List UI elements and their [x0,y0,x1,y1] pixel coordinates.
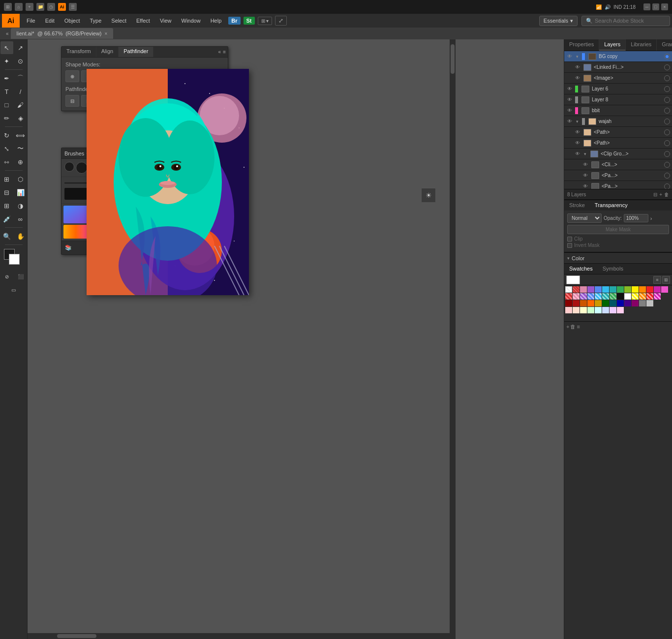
brand-st[interactable]: St [244,17,255,25]
perspective-grid-tool[interactable]: ⊟ [0,186,13,199]
layer-visibility-layer8[interactable]: 👁 [566,96,573,103]
panel-collapse-icon[interactable]: « [218,49,221,55]
folder-icon[interactable]: 📁 [36,3,44,11]
tab-pathfinder[interactable]: Pathfinder [119,47,153,57]
swatch-lt-red1[interactable] [565,293,572,300]
tab-transform[interactable]: Transform [61,47,96,57]
vertical-scrollbar[interactable] [450,39,456,639]
transform-tool-icon[interactable]: ⤢ [275,16,287,26]
layer-target-linked[interactable] [664,64,670,70]
swatch-blue1[interactable] [595,286,602,293]
swatches-menu-icon[interactable]: ≡ [653,276,661,284]
swatch-red-diag[interactable] [565,286,572,293]
horizontal-scroll-thumb[interactable] [57,634,96,638]
unite-button[interactable]: ⊕ [65,70,79,82]
add-layer-icon[interactable]: + [659,192,662,197]
swatch-pale-blue[interactable] [602,307,609,313]
color-indicator[interactable] [4,249,24,267]
scale-tool[interactable]: ⤡ [0,142,13,155]
swatch-lt-red2[interactable] [646,293,653,300]
swatch-lt-gray1[interactable] [646,300,653,306]
layer-target-image[interactable] [664,75,670,81]
swatch-pale-yel[interactable] [580,307,587,313]
swatch-solid-blk[interactable] [594,314,608,320]
tab-gradient[interactable]: Gradient [657,39,672,51]
layer-visibility-bbit[interactable]: 👁 [566,107,573,114]
direct-select-tool[interactable]: ↗ [14,41,27,54]
tab-swatches[interactable]: Swatches [564,264,598,274]
horizontal-scrollbar[interactable] [28,633,456,639]
shape-builder-tool[interactable]: ⊞ [0,173,13,185]
hand-tool[interactable]: ✋ [14,230,27,243]
layer-item-layer8[interactable]: 👁 Layer 8 [564,94,672,105]
layer-target-layer6[interactable] [664,86,670,92]
swatch-red1[interactable] [573,286,580,293]
layer-visibility-bg-copy[interactable]: 👁 [566,53,573,60]
screen-mode-icon[interactable]: ▭ [7,283,20,296]
clip-checkbox[interactable] [567,237,572,242]
menu-view[interactable]: View [155,14,177,28]
swatch-purple1[interactable] [587,286,594,293]
document-tab[interactable]: lient.ai* @ 66.67% (RGB/Preview) × [11,28,114,39]
swatch-pale-ora[interactable] [573,307,580,313]
make-clipping-mask-icon[interactable]: ⊟ [653,192,657,197]
swatch-pink1[interactable] [580,286,587,293]
swatch-lt-teal1[interactable] [602,293,609,300]
rotate-tool[interactable]: ↻ [0,129,13,142]
swatch-pale-red[interactable] [565,307,572,313]
brush-size-medium[interactable] [76,162,88,174]
minimize-button[interactable]: ─ [643,3,650,10]
tab-stroke[interactable]: Stroke [564,200,590,211]
layer-item-cli[interactable]: 👁 <Cli...> [564,159,672,170]
swatch-lt-blue1[interactable] [587,293,594,300]
window-controls[interactable]: ─ □ × [643,3,668,10]
swatch-magenta1[interactable] [654,286,661,293]
swatch-dk-ora2[interactable] [587,300,594,306]
swatch-dk-mag1[interactable] [632,300,639,306]
rectangle-tool[interactable]: □ [0,98,13,111]
swatch-gold1[interactable] [595,300,602,306]
swatch-delete-icon[interactable]: 🗑 [570,324,576,330]
layer-target-clip[interactable] [664,151,670,157]
graph-tool[interactable]: 📊 [14,186,27,199]
layer-item-wajah[interactable]: 👁 ▾ wajah [564,116,672,127]
menu-select[interactable]: Select [106,14,131,28]
transparency-expand-icon[interactable]: › [650,215,652,221]
layer-visibility-layer6[interactable]: 👁 [566,86,573,92]
menu-window[interactable]: Window [177,14,206,28]
paintbrush-tool[interactable]: 🖌 [14,98,27,111]
swatch-solid-gray[interactable] [565,314,579,320]
gradient-tool[interactable]: ◑ [14,199,27,212]
swatch-dk-blue1[interactable] [617,300,624,306]
swatch-pale-grn[interactable] [587,307,594,313]
delete-layer-icon[interactable]: 🗑 [664,192,669,197]
layer-visibility-pa1[interactable]: 👁 [582,172,589,179]
opacity-input[interactable] [624,214,648,222]
live-paint-tool[interactable]: ⬡ [14,173,27,185]
tab-symbols[interactable]: Symbols [598,264,628,274]
swatch-pale-teal[interactable] [595,307,602,313]
swatch-teal1[interactable] [610,286,616,293]
swatch-cyan1[interactable] [602,286,609,293]
layer-item-pa2[interactable]: 👁 <Pa...> [564,181,672,189]
layer-item-linked[interactable]: 👁 <Linked Fi...> [564,62,672,73]
new-tab-icon[interactable]: + [26,3,33,11]
zoom-tool[interactable]: 🔍 [0,230,13,243]
eyedropper-tool[interactable]: 💉 [0,213,13,225]
blend-tool[interactable]: ∞ [14,213,27,225]
swatch-lt-pink1[interactable] [573,293,580,300]
layer-item-path1[interactable]: 👁 <Path> [564,127,672,138]
brush-size-small[interactable] [64,162,74,172]
menu-object[interactable]: Object [60,14,85,28]
make-mask-button[interactable]: Make Mask [567,225,669,234]
blend-mode-select[interactable]: Normal Multiply Screen Overlay [567,213,602,223]
swatch-dk-grn1[interactable] [602,300,609,306]
brand-br[interactable]: Br [228,17,240,25]
tab-close-button[interactable]: × [105,31,108,36]
swatch-lt-ora1[interactable] [639,293,646,300]
layer-target-pa1[interactable] [664,173,670,179]
layer-visibility-wajah[interactable]: 👁 [566,118,573,125]
swatches-white-box[interactable] [566,275,580,284]
stroke-color-box[interactable] [9,254,20,265]
maximize-button[interactable]: □ [652,3,659,10]
